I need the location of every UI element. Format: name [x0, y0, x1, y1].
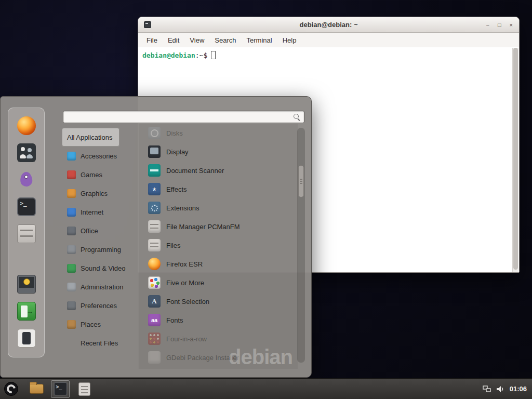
category-item[interactable]: Sound & Video	[62, 259, 133, 277]
category-label: Graphics	[81, 190, 108, 197]
category-label: Administration	[81, 283, 123, 291]
font-selection-icon	[148, 295, 161, 308]
internet-icon	[67, 208, 76, 217]
app-item[interactable]: Files	[140, 236, 297, 255]
terminal-menu-item[interactable]: Search	[209, 36, 241, 44]
app-item[interactable]: Five or More	[140, 273, 297, 292]
app-label: Disks	[166, 129, 183, 137]
prompt-user-host: debian@debian	[142, 51, 195, 59]
category-item[interactable]: Recent Files	[62, 334, 125, 352]
maximize-button[interactable]: □	[498, 22, 501, 28]
shutdown-icon[interactable]	[17, 329, 36, 348]
category-item[interactable]: Internet	[62, 203, 111, 221]
apps-scrollbar-thumb[interactable]	[298, 165, 304, 197]
app-label: Firefox ESR	[166, 260, 203, 268]
terminal-menu-item[interactable]: Help	[277, 36, 302, 44]
logout-icon[interactable]	[17, 302, 36, 321]
category-label: Internet	[81, 208, 103, 216]
app-item[interactable]: Document Scanner	[140, 161, 297, 180]
app-label: Font Selection	[166, 298, 209, 305]
prompt-path: :~$	[195, 51, 207, 59]
task-button-group	[27, 380, 94, 398]
terminal-launcher-icon[interactable]	[17, 197, 36, 216]
app-label: Display	[166, 148, 189, 156]
terminal-menubar: FileEditViewSearchTerminalHelp	[138, 33, 519, 47]
category-item[interactable]: Graphics	[62, 184, 115, 203]
taskbar-app-button[interactable]	[75, 380, 94, 398]
menu-button[interactable]	[2, 380, 20, 398]
places-icon	[67, 320, 76, 329]
clock[interactable]: 01:06	[510, 385, 527, 393]
terminal-menu-item[interactable]: View	[184, 36, 209, 44]
category-label: Recent Files	[81, 339, 118, 347]
five-or-more-icon	[148, 276, 161, 289]
four-in-a-row-icon	[148, 332, 161, 345]
category-label: All Applications	[67, 134, 112, 141]
games-icon	[67, 170, 76, 179]
category-item[interactable]: Programming	[62, 240, 128, 259]
app-item[interactable]: Fonts	[140, 311, 297, 329]
minimize-button[interactable]: −	[486, 22, 489, 28]
terminal-title: debian@debian: ~	[138, 17, 519, 33]
debian-watermark: debian	[229, 345, 292, 369]
taskbar-app-button[interactable]	[51, 380, 70, 398]
category-item[interactable]: Administration	[62, 277, 130, 296]
network-icon[interactable]	[483, 385, 491, 393]
terminal-scrollbar[interactable]	[512, 48, 518, 272]
category-label: Places	[81, 321, 101, 328]
category-label: Programming	[81, 246, 121, 254]
terminal-cursor	[211, 51, 216, 59]
category-label: Office	[81, 227, 98, 235]
category-item[interactable]: Office	[62, 221, 105, 240]
graphics-icon	[67, 189, 76, 198]
effects-icon	[148, 183, 161, 195]
app-item[interactable]: Extensions	[140, 198, 297, 217]
file-manager-launcher-icon[interactable]	[17, 224, 36, 243]
app-item[interactable]: Firefox ESR	[140, 255, 297, 273]
app-item[interactable]: Font Selection	[140, 292, 297, 311]
taskbar: 01:06	[0, 378, 532, 399]
taskbar-files-icon	[78, 382, 90, 396]
disks-icon	[148, 127, 161, 139]
category-item[interactable]: Preferences	[62, 296, 124, 315]
desktop: debian@debian: ~ − □ × FileEditViewSearc…	[0, 0, 532, 399]
users-launcher-icon[interactable]	[17, 143, 36, 162]
app-item[interactable]: Disks	[140, 124, 297, 142]
terminal-titlebar[interactable]: debian@debian: ~ − □ ×	[138, 17, 519, 33]
pidgin-launcher-icon[interactable]	[17, 170, 36, 189]
programming-icon	[67, 245, 76, 254]
search-box[interactable]	[63, 111, 304, 123]
file-manager-pcmanfm-icon	[148, 220, 161, 233]
close-button[interactable]: ×	[510, 22, 513, 28]
volume-icon[interactable]	[496, 385, 504, 393]
app-label: Effects	[166, 185, 187, 193]
category-item[interactable]: Places	[62, 315, 108, 334]
category-list: All Applications Accessories Games Graph…	[62, 128, 145, 352]
lock-screen-icon[interactable]	[17, 275, 36, 294]
search-input[interactable]	[63, 112, 293, 122]
app-item[interactable]: Display	[140, 142, 297, 161]
display-icon	[148, 145, 161, 158]
terminal-menu-item[interactable]: Edit	[163, 36, 184, 44]
terminal-menu-item[interactable]: Terminal	[242, 36, 277, 44]
app-label: Extensions	[166, 204, 200, 212]
gdebi-icon	[148, 351, 161, 364]
extensions-icon	[148, 202, 161, 214]
terminal-scrollbar-thumb[interactable]	[513, 48, 518, 270]
fonts-icon	[148, 314, 161, 326]
firefox-launcher-icon[interactable]	[17, 116, 36, 135]
search-icon	[293, 113, 301, 121]
favorites-panel	[8, 108, 45, 357]
firefox-esr-icon	[148, 258, 161, 270]
sound-video-icon	[67, 264, 76, 273]
app-item[interactable]: File Manager PCManFM	[140, 217, 297, 236]
app-item[interactable]: Effects	[140, 180, 297, 198]
taskbar-app-button[interactable]	[27, 380, 46, 398]
category-item[interactable]: All Applications	[62, 128, 119, 147]
app-label: File Manager PCManFM	[166, 223, 240, 231]
apps-scrollbar[interactable]	[297, 128, 305, 363]
administration-icon	[67, 283, 76, 291]
category-item[interactable]: Accessories	[62, 147, 124, 165]
category-item[interactable]: Games	[62, 165, 110, 184]
terminal-menu-item[interactable]: File	[141, 36, 163, 44]
